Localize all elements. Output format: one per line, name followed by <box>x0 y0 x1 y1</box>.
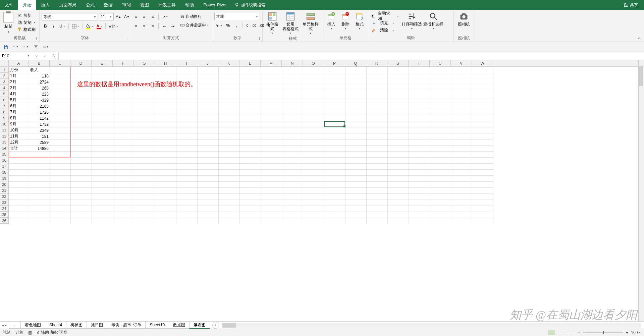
cell-F13[interactable] <box>113 139 134 146</box>
cell-S15[interactable] <box>388 152 409 158</box>
cell-A26[interactable] <box>9 218 29 224</box>
cell-H13[interactable] <box>155 139 176 146</box>
cell-F22[interactable] <box>113 194 134 200</box>
cell-J23[interactable] <box>198 200 219 206</box>
cell-S16[interactable] <box>388 158 409 164</box>
cell-R11[interactable] <box>367 127 388 133</box>
cell-R12[interactable] <box>367 133 388 139</box>
cell-V4[interactable] <box>451 85 472 91</box>
cell-C25[interactable] <box>50 212 71 218</box>
cell-J26[interactable] <box>198 218 219 224</box>
cell-A1[interactable]: 月份 <box>9 67 29 73</box>
cell-J22[interactable] <box>198 194 219 200</box>
cell-P24[interactable] <box>324 206 345 212</box>
sort-filter-button[interactable]: 排序和筛选▼ <box>402 11 422 31</box>
cell-I1[interactable] <box>176 67 198 73</box>
cell-S19[interactable] <box>388 176 409 182</box>
cell-R15[interactable] <box>367 152 388 158</box>
cell-M8[interactable] <box>261 109 282 115</box>
cell-N3[interactable] <box>282 79 303 85</box>
cell-J15[interactable] <box>198 152 219 158</box>
cell-G15[interactable] <box>134 152 155 158</box>
cell-Q16[interactable] <box>345 158 367 164</box>
cell-F5[interactable] <box>113 91 134 97</box>
save-button[interactable] <box>2 43 9 51</box>
cell-I14[interactable] <box>176 146 198 152</box>
cell-C18[interactable] <box>50 170 71 176</box>
cell-W14[interactable] <box>472 146 493 152</box>
cell-T19[interactable] <box>409 176 430 182</box>
cell-B8[interactable]: 1726 <box>29 109 50 115</box>
cell-D20[interactable] <box>71 182 92 188</box>
cell-E23[interactable] <box>92 200 113 206</box>
cell-M12[interactable] <box>261 133 282 139</box>
cell-U1[interactable] <box>430 67 451 73</box>
cell-A23[interactable] <box>9 200 29 206</box>
cell-K6[interactable] <box>219 97 240 103</box>
cell-V24[interactable] <box>451 206 472 212</box>
cell-A2[interactable]: 1月 <box>9 73 29 79</box>
cell-I10[interactable] <box>176 121 198 127</box>
cell-J24[interactable] <box>198 206 219 212</box>
cell-K4[interactable] <box>219 85 240 91</box>
cell-B26[interactable] <box>29 218 50 224</box>
column-header-V[interactable]: V <box>451 60 472 66</box>
cell-N18[interactable] <box>282 170 303 176</box>
cell-I16[interactable] <box>176 158 198 164</box>
cell-M18[interactable] <box>261 170 282 176</box>
cell-S25[interactable] <box>388 212 409 218</box>
cell-V5[interactable] <box>451 91 472 97</box>
cell-O13[interactable] <box>303 139 324 146</box>
cell-D25[interactable] <box>71 212 92 218</box>
cell-T6[interactable] <box>409 97 430 103</box>
cell-W8[interactable] <box>472 109 493 115</box>
cell-P9[interactable] <box>324 115 345 121</box>
cell-G6[interactable] <box>134 97 155 103</box>
cell-C24[interactable] <box>50 206 71 212</box>
cell-K14[interactable] <box>219 146 240 152</box>
cell-U25[interactable] <box>430 212 451 218</box>
cell-C26[interactable] <box>50 218 71 224</box>
cell-A24[interactable] <box>9 206 29 212</box>
borders-button[interactable]: ▼ <box>71 22 80 30</box>
cell-L22[interactable] <box>240 194 261 200</box>
tab-powerpivot[interactable]: Power Pivot <box>199 0 231 10</box>
cell-J8[interactable] <box>198 109 219 115</box>
cell-E18[interactable] <box>92 170 113 176</box>
cell-V16[interactable] <box>451 158 472 164</box>
cell-A17[interactable] <box>9 164 29 170</box>
row-header-10[interactable]: 10 <box>0 121 9 127</box>
cell-S6[interactable] <box>388 97 409 103</box>
cell-F14[interactable] <box>113 146 134 152</box>
cell-T15[interactable] <box>409 152 430 158</box>
column-header-N[interactable]: N <box>282 60 303 66</box>
cell-B22[interactable] <box>29 194 50 200</box>
decrease-decimal-button[interactable]: .00→.0 <box>258 22 271 29</box>
column-header-L[interactable]: L <box>239 60 261 66</box>
cell-T18[interactable] <box>409 170 430 176</box>
cell-P22[interactable] <box>324 194 345 200</box>
cell-A9[interactable]: 8月 <box>9 115 29 121</box>
column-header-W[interactable]: W <box>472 60 493 66</box>
horizontal-scrollbar[interactable] <box>222 323 641 328</box>
cell-A12[interactable]: 11月 <box>9 133 29 139</box>
cell-L5[interactable] <box>240 91 261 97</box>
cell-M1[interactable] <box>261 67 282 73</box>
cell-I13[interactable] <box>176 139 198 146</box>
cell-M23[interactable] <box>261 200 282 206</box>
cell-H19[interactable] <box>155 176 176 182</box>
cell-R6[interactable] <box>367 97 388 103</box>
row-header-25[interactable]: 25 <box>0 212 9 218</box>
cell-S14[interactable] <box>388 146 409 152</box>
cell-Q10[interactable] <box>345 121 367 127</box>
tab-review[interactable]: 审阅 <box>117 0 136 10</box>
cell-T8[interactable] <box>409 109 430 115</box>
cell-R10[interactable] <box>367 121 388 127</box>
sheet-tab-散点图[interactable]: 散点图 <box>169 322 190 329</box>
cell-N9[interactable] <box>282 115 303 121</box>
cell-C17[interactable] <box>50 164 71 170</box>
cell-F8[interactable] <box>113 109 134 115</box>
column-header-R[interactable]: R <box>366 60 387 66</box>
number-launcher[interactable] <box>256 37 260 40</box>
cell-B21[interactable] <box>29 188 50 194</box>
